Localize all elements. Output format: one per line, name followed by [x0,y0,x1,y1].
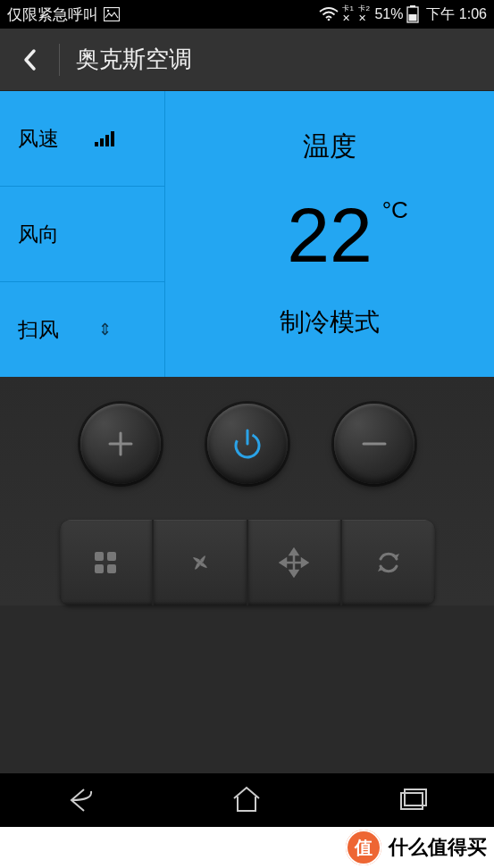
status-bar: 仅限紧急呼叫 卡1 ✕ 卡2 ✕ 51% 下午 1:06 [0,0,494,29]
swing-label: 扫风 [18,316,59,344]
sim1-indicator: 卡1 ✕ [342,6,355,22]
header-divider [59,44,60,76]
svg-point-15 [197,561,202,565]
svg-marker-20 [280,559,286,566]
nav-back-button[interactable] [66,784,98,816]
svg-point-2 [328,19,331,21]
svg-marker-19 [290,571,297,576]
menu-swing[interactable]: 扫风 [0,282,165,377]
controls-area [0,377,494,605]
nav-home-icon [230,784,263,816]
menu-fan-direction[interactable]: 风向 [0,187,165,282]
svg-point-1 [107,10,109,12]
fan-speed-label: 风速 [18,125,59,153]
nav-back-icon [66,784,98,816]
display-panel: 风速 风向 扫风 温度 22°C 制冷模式 [0,91,494,377]
svg-marker-21 [302,559,307,566]
svg-marker-18 [290,549,297,555]
sim2-indicator: 卡2 ✕ [358,6,371,22]
nav-home-button[interactable] [230,784,263,816]
temperature-unit: °C [382,198,408,221]
clock-text: 下午 1:06 [426,5,487,24]
svg-rect-0 [105,8,120,21]
temp-up-button[interactable] [80,404,161,484]
mode-label: 制冷模式 [280,305,380,339]
svg-rect-11 [95,552,104,561]
power-icon [230,426,265,462]
mode-grid-button[interactable] [60,520,155,605]
back-button[interactable] [16,47,43,72]
temperature-value: 22°C [287,196,373,273]
android-nav-bar [0,773,494,827]
power-button[interactable] [207,404,288,484]
watermark-text: 什么值得买 [389,834,487,861]
fan-icon [185,547,215,578]
svg-rect-14 [107,564,116,573]
temp-down-button[interactable] [334,404,414,484]
wifi-icon [319,7,339,21]
plus-icon [103,426,138,462]
svg-rect-5 [409,14,417,21]
move-icon [279,547,309,578]
sync-icon [373,547,404,578]
fan-dir-label: 风向 [18,221,59,248]
temperature-label: 温度 [303,129,356,165]
watermark: 值 什么值得买 [0,827,494,868]
menu-fan-speed[interactable]: 风速 [0,91,165,187]
svg-rect-13 [95,564,104,573]
carrier-text: 仅限紧急呼叫 [7,4,98,25]
svg-rect-12 [107,552,116,561]
grid-icon [90,547,121,578]
minus-icon [356,426,392,462]
page-title: 奥克斯空调 [76,44,192,75]
nav-recent-icon [396,784,428,816]
mode-sync-button[interactable] [342,520,435,605]
gallery-icon [104,7,120,21]
battery-pct: 51% [374,6,403,22]
mode-fan-button[interactable] [154,520,248,605]
mode-button-row [60,520,435,605]
app-header: 奥克斯空调 [0,29,494,91]
nav-recent-button[interactable] [396,784,428,816]
mode-move-button[interactable] [248,520,343,605]
swing-icon [95,321,116,338]
signal-bars-icon [95,130,114,146]
battery-icon [406,5,419,23]
back-icon [21,47,38,72]
watermark-seal: 值 [346,830,381,865]
svg-rect-4 [410,5,415,7]
